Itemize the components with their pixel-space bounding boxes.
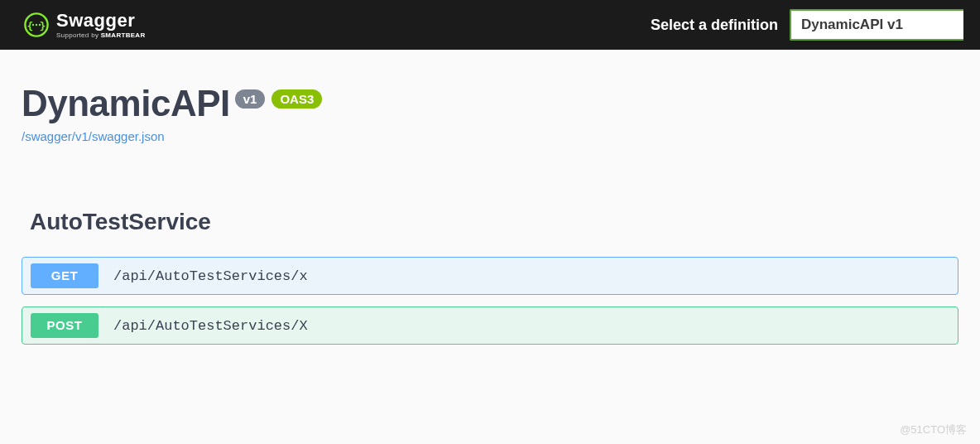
spec-url-link[interactable]: /swagger/v1/swagger.json <box>22 129 165 143</box>
operation-post[interactable]: POST /api/AutoTestServices/X <box>22 306 958 345</box>
operation-path: /api/AutoTestServices/x <box>113 268 308 284</box>
swagger-logo[interactable]: { } Swagger Supported by SMARTBEAR <box>23 12 146 39</box>
method-badge-get: GET <box>31 263 98 288</box>
definition-select-value: DynamicAPI v1 <box>801 17 903 33</box>
svg-point-4 <box>39 24 41 26</box>
svg-point-2 <box>32 24 34 26</box>
select-definition-label: Select a definition <box>651 17 778 34</box>
topbar: { } Swagger Supported by SMARTBEAR Selec… <box>0 0 980 50</box>
svg-point-3 <box>36 24 37 26</box>
operation-path: /api/AutoTestServices/X <box>113 318 308 334</box>
method-badge-post: POST <box>31 313 98 338</box>
tag-title[interactable]: AutoTestService <box>22 209 958 235</box>
oas-badge: OAS3 <box>271 89 322 109</box>
version-badge: v1 <box>235 89 266 109</box>
tag-section: AutoTestService GET /api/AutoTestService… <box>22 209 958 345</box>
operation-get[interactable]: GET /api/AutoTestServices/x <box>22 257 958 295</box>
brand-subtitle: Supported by SMARTBEAR <box>56 31 146 39</box>
operations-list: GET /api/AutoTestServices/x POST /api/Au… <box>22 257 958 345</box>
definition-select[interactable]: DynamicAPI v1 <box>790 9 963 41</box>
api-title: DynamicAPI <box>22 83 230 124</box>
topbar-right: Select a definition DynamicAPI v1 <box>651 9 963 41</box>
swagger-icon: { } <box>23 12 50 38</box>
main-content: DynamicAPI v1 OAS3 /swagger/v1/swagger.j… <box>0 50 980 345</box>
brand-title: Swagger <box>56 12 146 30</box>
watermark: @51CTO博客 <box>900 422 967 437</box>
api-title-row: DynamicAPI v1 OAS3 <box>22 83 958 124</box>
